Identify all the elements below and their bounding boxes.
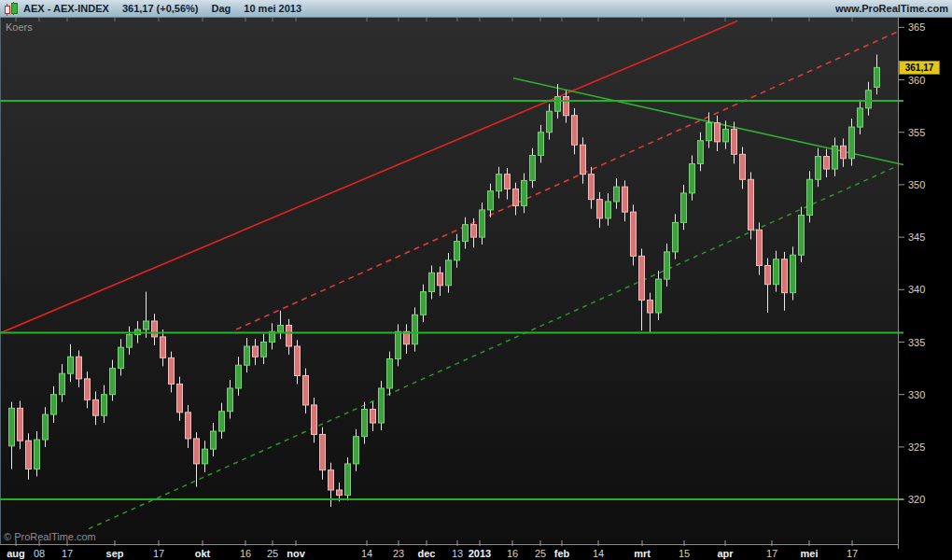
red-candle-glyph (5, 6, 10, 14)
date-tick-label: aug (7, 548, 25, 559)
date-tick-label: mei (801, 548, 819, 559)
candle (791, 246, 796, 300)
price-tick-label: 365 (908, 21, 925, 33)
left-window-edge (0, 17, 1, 544)
date-tick-label: 23 (393, 548, 404, 559)
price-tick-label: 355 (908, 127, 925, 138)
candle (345, 457, 351, 500)
date-tick-label: 13 (452, 548, 463, 559)
last-price-and-change: 361,17 (+0,56%) (122, 3, 199, 14)
date-tick-label: 15 (679, 548, 690, 559)
date-tick-label: apr (717, 548, 734, 559)
candle (379, 381, 385, 430)
date-tick-label: feb (554, 548, 570, 559)
price-tick-label: 350 (908, 179, 925, 190)
date-tick-label: 08 (34, 548, 45, 559)
candlestick-chart-icon (4, 2, 18, 15)
pane-label: Koers (6, 21, 33, 33)
chart-title-bar: AEX - AEX-INDEX 361,17 (+0,56%) Dag 10 m… (0, 0, 952, 18)
candle (631, 204, 637, 265)
candle (749, 172, 754, 239)
price-tick-label: 330 (908, 389, 925, 400)
date-tick-label: 14 (361, 548, 372, 559)
date-tick-label: dec (418, 548, 436, 559)
prorealtime-window: AEX - AEX-INDEX 361,17 (+0,56%) Dag 10 m… (0, 0, 952, 560)
price-tick-label: 335 (908, 337, 925, 348)
date-tick-label: okt (195, 548, 211, 559)
date-tick-label: 25 (535, 548, 546, 559)
date-tick-label: 14 (593, 548, 604, 559)
price-tick-label: 325 (908, 441, 925, 453)
timeframe-label: Dag (212, 3, 231, 14)
date-tick-label: nov (287, 548, 305, 559)
session-date: 10 mei 2013 (244, 3, 301, 14)
prorealtime-website-link[interactable]: www.ProRealTime.com (835, 3, 948, 14)
date-tick-label: 25 (267, 548, 278, 559)
price-tick-label: 340 (908, 284, 925, 295)
date-tick-label: 17 (766, 548, 777, 559)
last-price-badge: 361,17 (899, 61, 940, 75)
date-tick-label: 2013 (469, 548, 491, 559)
date-tick-label: mrt (634, 548, 651, 559)
candle (799, 207, 805, 263)
price-tick-label: 360 (908, 75, 925, 86)
prorealtime-watermark: © ProRealTime.com (4, 531, 96, 542)
date-tick-label: 17 (153, 548, 164, 559)
date-tick-label: sep (106, 548, 124, 559)
date-tick-label: 16 (240, 548, 251, 559)
instrument-name: AEX - AEX-INDEX (23, 3, 109, 14)
price-tick-label: 320 (908, 494, 925, 505)
date-tick-label: 17 (62, 548, 73, 559)
price-tick-label: 345 (908, 231, 925, 243)
date-tick-label: 16 (507, 548, 518, 559)
price-chart-canvas[interactable]: 365360355350345340335330325320aug0817sep… (0, 0, 952, 560)
date-tick-label: 17 (847, 548, 858, 559)
green-candle-glyph (11, 3, 18, 14)
